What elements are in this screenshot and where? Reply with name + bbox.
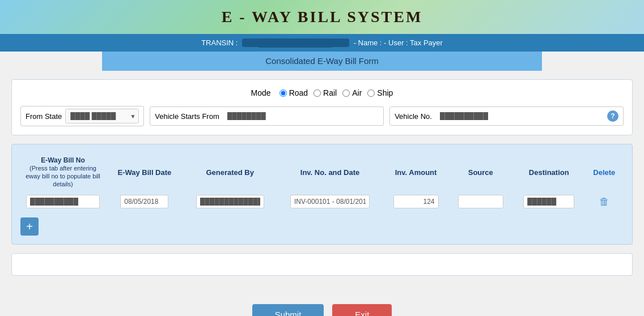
from-state-label: From State [26, 112, 62, 121]
col-header-source: Source [448, 153, 513, 191]
col-header-inv-amount: Inv. Amount [383, 153, 448, 191]
destination-input[interactable] [523, 195, 574, 208]
footer-buttons: Submit Exit [0, 293, 644, 316]
mode-ship-text: Ship [377, 88, 393, 97]
eway-bill-table-section: E-Way Bill No (Press tab after entering … [11, 144, 633, 245]
mode-rail-label[interactable]: Rail [313, 88, 337, 97]
table-header-row: E-Way Bill No (Press tab after entering … [20, 153, 624, 191]
generated-by-input[interactable] [196, 195, 264, 208]
col-header-inv-no-date: Inv. No. and Date [277, 153, 384, 191]
form-card: Mode Road Rail Air Ship From State [11, 79, 633, 135]
eway-bill-table: E-Way Bill No (Press tab after entering … [20, 153, 624, 212]
eway-bill-date-input[interactable] [120, 195, 168, 208]
mode-road-label[interactable]: Road [279, 88, 308, 97]
app-title: E - WAY BILL SYSTEM [222, 8, 423, 26]
mode-rail-radio[interactable] [313, 89, 321, 97]
nav-bar: TRANSIN : ██████████████ - Name : - User… [0, 34, 644, 52]
from-state-group: From State ████ █████ ▼ [20, 106, 144, 126]
nav-transin-label: TRANSIN : [201, 39, 238, 47]
cell-eway-bill-no [20, 191, 105, 212]
inv-amount-input[interactable] [393, 195, 439, 208]
cell-inv-no-date [277, 191, 384, 212]
mode-air-label[interactable]: Air [342, 88, 362, 97]
inv-no-date-input[interactable] [290, 195, 370, 208]
header-banner: E - WAY BILL SYSTEM [0, 0, 644, 34]
cell-source [448, 191, 513, 212]
vehicle-starts-from-label: Vehicle Starts From [155, 112, 219, 121]
cell-eway-bill-date [105, 191, 184, 212]
mode-road-radio[interactable] [279, 89, 287, 97]
cell-delete: 🗑 [585, 191, 624, 212]
col-header-generated-by: Generated By [184, 153, 277, 191]
vehicle-no-input[interactable] [435, 109, 601, 123]
col-header-eway-bill-no: E-Way Bill No (Press tab after entering … [20, 153, 105, 191]
cell-destination [513, 191, 585, 212]
page-subtitle: Consolidated E-Way Bill Form [265, 56, 379, 66]
submit-button[interactable]: Submit [252, 304, 324, 316]
col-header-destination: Destination [513, 153, 585, 191]
vehicle-starts-from-group: Vehicle Starts From [150, 106, 384, 126]
add-icon: + [26, 220, 33, 233]
source-input[interactable] [458, 195, 503, 208]
nav-user-info: - Name : - User : Tax Payer [354, 39, 443, 47]
mode-road-text: Road [289, 88, 308, 97]
vehicle-no-group: Vehicle No. ? [389, 106, 624, 126]
delete-icon[interactable]: 🗑 [599, 196, 609, 207]
mode-ship-radio[interactable] [367, 89, 375, 97]
eway-bill-no-input[interactable] [26, 195, 100, 208]
mode-row: Mode Road Rail Air Ship [20, 88, 624, 97]
table-row: 🗑 [20, 191, 624, 212]
vehicle-no-label: Vehicle No. [395, 112, 432, 121]
nav-transin-value: ██████████████ [242, 39, 349, 47]
empty-card [11, 253, 633, 276]
vehicle-starts-from-input[interactable] [223, 109, 379, 123]
mode-rail-text: Rail [323, 88, 337, 97]
mode-air-radio[interactable] [342, 89, 350, 97]
from-state-select[interactable]: ████ █████ [65, 109, 139, 123]
col-header-eway-bill-date: E-Way Bill Date [105, 153, 184, 191]
add-row-button[interactable]: + [20, 217, 39, 236]
help-icon[interactable]: ? [607, 110, 618, 122]
vehicle-row: From State ████ █████ ▼ Vehicle Starts F… [20, 106, 624, 126]
main-content: Mode Road Rail Air Ship From State [0, 71, 644, 293]
mode-ship-label[interactable]: Ship [367, 88, 393, 97]
exit-button[interactable]: Exit [332, 304, 392, 316]
col-header-delete: Delete [585, 153, 624, 191]
mode-label: Mode [251, 88, 271, 97]
cell-generated-by [184, 191, 277, 212]
from-state-dropdown-wrapper: ████ █████ ▼ [65, 109, 139, 123]
cell-inv-amount [383, 191, 448, 212]
mode-air-text: Air [352, 88, 362, 97]
